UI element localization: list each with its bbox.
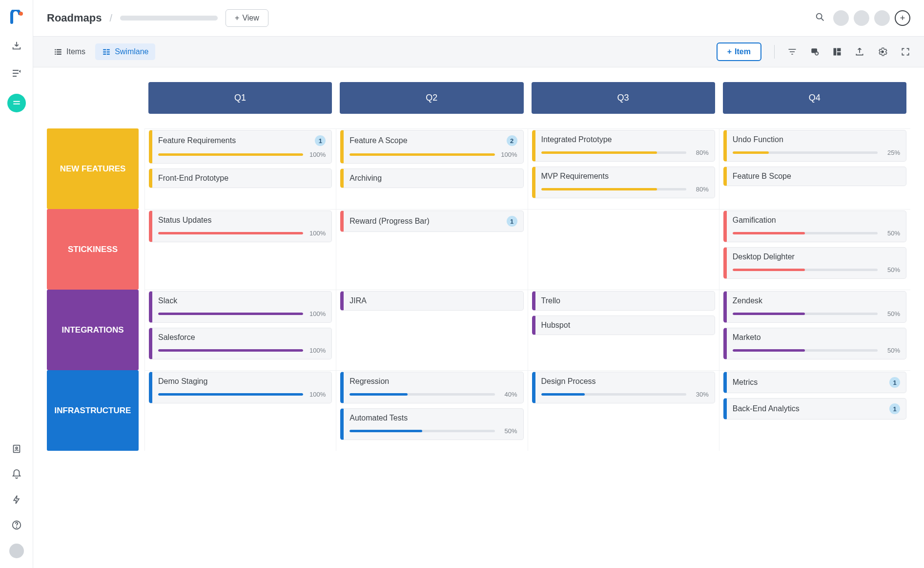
add-view-button[interactable]: + View xyxy=(226,9,268,27)
lane-label: NEW FEATURES xyxy=(47,128,139,209)
page-title: Roadmaps xyxy=(47,12,102,24)
roadmap-card[interactable]: Design Process30% xyxy=(532,372,715,403)
roadmap-card[interactable]: Salesforce100% xyxy=(149,328,332,359)
card-title: Archiving xyxy=(349,174,382,183)
app-logo[interactable] xyxy=(9,10,24,25)
lane-cell: Metrics1Back-End Analytics1 xyxy=(719,370,910,451)
list-icon[interactable] xyxy=(10,66,23,80)
card-progress-percent: 50% xyxy=(883,347,900,354)
roadmap-card[interactable]: MVP Requirements80% xyxy=(532,167,715,198)
swimlane-nav-icon[interactable] xyxy=(7,94,26,112)
roadmap-card[interactable]: Automated Tests50% xyxy=(340,408,523,440)
lane-cell: Regression40%Automated Tests50% xyxy=(336,370,527,451)
bolt-icon[interactable] xyxy=(10,493,23,506)
filter-icon[interactable] xyxy=(787,47,797,57)
svg-point-2 xyxy=(16,447,18,449)
roadmap-card[interactable]: Desktop Delighter50% xyxy=(723,247,906,279)
roadmap-card[interactable]: Slack100% xyxy=(149,291,332,323)
card-title: Metrics xyxy=(733,378,758,387)
roadmap-card[interactable]: Feature B Scope xyxy=(723,167,906,186)
tab-swimlane[interactable]: Swimlane xyxy=(95,43,155,60)
roadmap-card[interactable]: Feature Requirements1100% xyxy=(149,130,332,164)
link-icon[interactable] xyxy=(810,47,820,57)
lane-cell xyxy=(528,209,719,290)
card-progress-percent: 50% xyxy=(883,230,900,237)
svg-rect-21 xyxy=(837,48,841,52)
inbox-icon[interactable] xyxy=(10,39,23,53)
card-title: Automated Tests xyxy=(349,414,408,422)
card-title: Marketo xyxy=(733,333,761,342)
layout-icon[interactable] xyxy=(832,47,842,57)
member-avatar-1[interactable] xyxy=(833,10,849,26)
roadmap-card[interactable]: Trello xyxy=(532,291,715,311)
svg-point-19 xyxy=(815,52,819,55)
tab-swimlane-label: Swimlane xyxy=(115,47,148,56)
contacts-icon[interactable] xyxy=(10,442,23,456)
export-icon[interactable] xyxy=(855,47,864,57)
roadmap-card[interactable]: Marketo50% xyxy=(723,328,906,359)
card-title: Status Updates xyxy=(158,216,211,225)
tab-items[interactable]: Items xyxy=(47,43,92,60)
roadmap-card[interactable]: Back-End Analytics1 xyxy=(723,398,906,420)
toolbar-separator xyxy=(774,45,775,59)
roadmap-card[interactable]: Zendesk50% xyxy=(723,291,906,323)
card-badge: 1 xyxy=(889,377,900,388)
fullscreen-icon[interactable] xyxy=(901,47,910,57)
settings-icon[interactable] xyxy=(877,46,888,57)
column-header-q1: Q1 xyxy=(148,82,332,114)
roadmap-card[interactable]: Undo Function25% xyxy=(723,130,906,162)
card-progress-percent: 50% xyxy=(500,427,517,435)
card-title: Feature B Scope xyxy=(733,172,791,181)
roadmap-card[interactable]: Metrics1 xyxy=(723,372,906,393)
card-progress-percent: 100% xyxy=(308,310,326,317)
svg-rect-9 xyxy=(57,51,62,52)
lane-label: STICKINESS xyxy=(47,209,139,290)
roadmap-card[interactable]: Hubspot xyxy=(532,316,715,335)
add-item-button[interactable]: + Item xyxy=(717,42,761,61)
search-icon[interactable] xyxy=(812,9,828,27)
card-title: Regression xyxy=(349,377,389,386)
card-progress-percent: 40% xyxy=(500,391,517,398)
plus-icon: + xyxy=(727,47,732,56)
card-title: Feature A Scope xyxy=(349,136,407,145)
lane-label: INTEGRATIONS xyxy=(47,290,139,370)
roadmap-card[interactable]: Integrated Prototype80% xyxy=(532,130,715,162)
plus-icon: + xyxy=(235,14,239,22)
user-avatar-rail[interactable] xyxy=(9,544,24,558)
lane-label: INFRASTRUCTURE xyxy=(47,370,139,451)
breadcrumb-separator: / xyxy=(109,13,112,24)
notifications-icon[interactable] xyxy=(10,467,23,481)
roadmap-card[interactable]: Demo Staging100% xyxy=(149,372,332,403)
svg-rect-17 xyxy=(107,54,110,55)
roadmap-card[interactable]: Front-End Prototype xyxy=(149,168,332,188)
help-icon[interactable] xyxy=(10,518,23,532)
roadmap-card[interactable]: Feature A Scope2100% xyxy=(340,130,523,164)
card-badge: 2 xyxy=(507,135,517,146)
roadmap-card[interactable]: JIRA xyxy=(340,291,523,311)
svg-rect-20 xyxy=(834,48,837,56)
card-title: Design Process xyxy=(541,377,596,386)
card-progress-percent: 100% xyxy=(308,151,326,158)
card-title: JIRA xyxy=(349,296,367,305)
lane-cell: Demo Staging100% xyxy=(144,370,336,451)
add-member-button[interactable]: + xyxy=(895,10,910,26)
svg-rect-11 xyxy=(57,54,62,55)
member-avatar-3[interactable] xyxy=(874,10,890,26)
roadmap-card[interactable]: Archiving xyxy=(340,168,523,188)
card-progress-percent: 100% xyxy=(308,347,326,354)
roadmap-card[interactable]: Reward (Progress Bar)1 xyxy=(340,210,523,232)
svg-rect-6 xyxy=(55,49,56,50)
card-title: Integrated Prototype xyxy=(541,135,612,144)
svg-point-23 xyxy=(881,50,884,53)
roadmap-card[interactable]: Status Updates100% xyxy=(149,210,332,242)
roadmap-card[interactable]: Gamification50% xyxy=(723,210,906,242)
svg-rect-8 xyxy=(55,51,56,52)
roadmap-card[interactable]: Regression40% xyxy=(340,372,523,403)
member-avatar-2[interactable] xyxy=(854,10,869,26)
svg-point-4 xyxy=(16,527,17,527)
card-title: MVP Requirements xyxy=(541,172,609,181)
card-progress-percent: 100% xyxy=(308,230,326,237)
card-title: Undo Function xyxy=(733,135,783,144)
card-title: Reward (Progress Bar) xyxy=(349,217,430,226)
card-progress-percent: 50% xyxy=(883,310,900,317)
